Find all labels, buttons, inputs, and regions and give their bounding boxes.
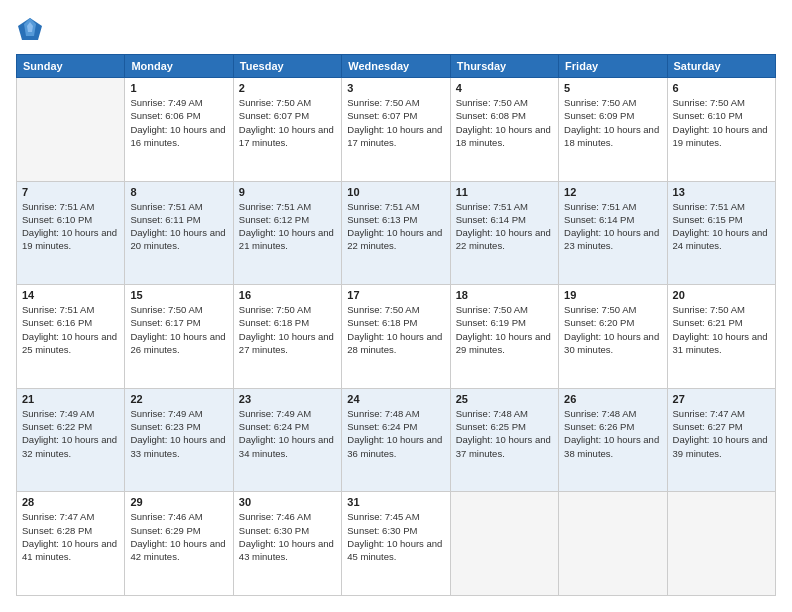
day-info: Sunrise: 7:51 AMSunset: 6:16 PMDaylight:… bbox=[22, 303, 119, 356]
day-number: 11 bbox=[456, 186, 553, 198]
day-number: 27 bbox=[673, 393, 770, 405]
calendar-cell: 27Sunrise: 7:47 AMSunset: 6:27 PMDayligh… bbox=[667, 388, 775, 492]
calendar-cell: 13Sunrise: 7:51 AMSunset: 6:15 PMDayligh… bbox=[667, 181, 775, 285]
day-info: Sunrise: 7:51 AMSunset: 6:14 PMDaylight:… bbox=[456, 200, 553, 253]
calendar-cell: 20Sunrise: 7:50 AMSunset: 6:21 PMDayligh… bbox=[667, 285, 775, 389]
day-info: Sunrise: 7:49 AMSunset: 6:06 PMDaylight:… bbox=[130, 96, 227, 149]
day-info: Sunrise: 7:51 AMSunset: 6:13 PMDaylight:… bbox=[347, 200, 444, 253]
calendar-cell: 26Sunrise: 7:48 AMSunset: 6:26 PMDayligh… bbox=[559, 388, 667, 492]
day-number: 5 bbox=[564, 82, 661, 94]
calendar-week-row: 21Sunrise: 7:49 AMSunset: 6:22 PMDayligh… bbox=[17, 388, 776, 492]
day-info: Sunrise: 7:50 AMSunset: 6:18 PMDaylight:… bbox=[347, 303, 444, 356]
calendar-week-row: 7Sunrise: 7:51 AMSunset: 6:10 PMDaylight… bbox=[17, 181, 776, 285]
day-info: Sunrise: 7:47 AMSunset: 6:28 PMDaylight:… bbox=[22, 510, 119, 563]
calendar-cell: 23Sunrise: 7:49 AMSunset: 6:24 PMDayligh… bbox=[233, 388, 341, 492]
day-number: 28 bbox=[22, 496, 119, 508]
day-info: Sunrise: 7:49 AMSunset: 6:22 PMDaylight:… bbox=[22, 407, 119, 460]
calendar-cell: 10Sunrise: 7:51 AMSunset: 6:13 PMDayligh… bbox=[342, 181, 450, 285]
day-number: 17 bbox=[347, 289, 444, 301]
calendar-cell: 17Sunrise: 7:50 AMSunset: 6:18 PMDayligh… bbox=[342, 285, 450, 389]
calendar-cell: 16Sunrise: 7:50 AMSunset: 6:18 PMDayligh… bbox=[233, 285, 341, 389]
calendar-table: SundayMondayTuesdayWednesdayThursdayFrid… bbox=[16, 54, 776, 596]
calendar-cell: 25Sunrise: 7:48 AMSunset: 6:25 PMDayligh… bbox=[450, 388, 558, 492]
day-number: 8 bbox=[130, 186, 227, 198]
calendar-cell: 14Sunrise: 7:51 AMSunset: 6:16 PMDayligh… bbox=[17, 285, 125, 389]
day-info: Sunrise: 7:50 AMSunset: 6:07 PMDaylight:… bbox=[347, 96, 444, 149]
weekday-header-monday: Monday bbox=[125, 55, 233, 78]
calendar-cell bbox=[450, 492, 558, 596]
day-number: 9 bbox=[239, 186, 336, 198]
calendar-cell: 18Sunrise: 7:50 AMSunset: 6:19 PMDayligh… bbox=[450, 285, 558, 389]
day-number: 31 bbox=[347, 496, 444, 508]
day-number: 29 bbox=[130, 496, 227, 508]
day-number: 26 bbox=[564, 393, 661, 405]
calendar-cell: 9Sunrise: 7:51 AMSunset: 6:12 PMDaylight… bbox=[233, 181, 341, 285]
calendar-cell: 24Sunrise: 7:48 AMSunset: 6:24 PMDayligh… bbox=[342, 388, 450, 492]
weekday-header-tuesday: Tuesday bbox=[233, 55, 341, 78]
day-number: 16 bbox=[239, 289, 336, 301]
day-number: 2 bbox=[239, 82, 336, 94]
calendar-cell: 7Sunrise: 7:51 AMSunset: 6:10 PMDaylight… bbox=[17, 181, 125, 285]
day-info: Sunrise: 7:49 AMSunset: 6:23 PMDaylight:… bbox=[130, 407, 227, 460]
weekday-header-wednesday: Wednesday bbox=[342, 55, 450, 78]
day-info: Sunrise: 7:51 AMSunset: 6:10 PMDaylight:… bbox=[22, 200, 119, 253]
day-number: 30 bbox=[239, 496, 336, 508]
calendar-cell: 31Sunrise: 7:45 AMSunset: 6:30 PMDayligh… bbox=[342, 492, 450, 596]
calendar-cell: 19Sunrise: 7:50 AMSunset: 6:20 PMDayligh… bbox=[559, 285, 667, 389]
day-number: 22 bbox=[130, 393, 227, 405]
calendar-cell bbox=[667, 492, 775, 596]
day-info: Sunrise: 7:47 AMSunset: 6:27 PMDaylight:… bbox=[673, 407, 770, 460]
calendar-cell: 15Sunrise: 7:50 AMSunset: 6:17 PMDayligh… bbox=[125, 285, 233, 389]
day-info: Sunrise: 7:50 AMSunset: 6:10 PMDaylight:… bbox=[673, 96, 770, 149]
day-number: 15 bbox=[130, 289, 227, 301]
day-info: Sunrise: 7:49 AMSunset: 6:24 PMDaylight:… bbox=[239, 407, 336, 460]
day-info: Sunrise: 7:51 AMSunset: 6:14 PMDaylight:… bbox=[564, 200, 661, 253]
calendar-cell: 5Sunrise: 7:50 AMSunset: 6:09 PMDaylight… bbox=[559, 78, 667, 182]
day-info: Sunrise: 7:50 AMSunset: 6:21 PMDaylight:… bbox=[673, 303, 770, 356]
day-number: 23 bbox=[239, 393, 336, 405]
day-number: 7 bbox=[22, 186, 119, 198]
calendar-cell: 6Sunrise: 7:50 AMSunset: 6:10 PMDaylight… bbox=[667, 78, 775, 182]
calendar-cell: 21Sunrise: 7:49 AMSunset: 6:22 PMDayligh… bbox=[17, 388, 125, 492]
day-info: Sunrise: 7:51 AMSunset: 6:11 PMDaylight:… bbox=[130, 200, 227, 253]
day-info: Sunrise: 7:48 AMSunset: 6:26 PMDaylight:… bbox=[564, 407, 661, 460]
weekday-header-row: SundayMondayTuesdayWednesdayThursdayFrid… bbox=[17, 55, 776, 78]
day-number: 12 bbox=[564, 186, 661, 198]
day-number: 24 bbox=[347, 393, 444, 405]
calendar-cell: 3Sunrise: 7:50 AMSunset: 6:07 PMDaylight… bbox=[342, 78, 450, 182]
day-number: 10 bbox=[347, 186, 444, 198]
calendar-cell: 29Sunrise: 7:46 AMSunset: 6:29 PMDayligh… bbox=[125, 492, 233, 596]
day-info: Sunrise: 7:50 AMSunset: 6:07 PMDaylight:… bbox=[239, 96, 336, 149]
day-info: Sunrise: 7:50 AMSunset: 6:09 PMDaylight:… bbox=[564, 96, 661, 149]
weekday-header-friday: Friday bbox=[559, 55, 667, 78]
day-info: Sunrise: 7:46 AMSunset: 6:30 PMDaylight:… bbox=[239, 510, 336, 563]
day-info: Sunrise: 7:45 AMSunset: 6:30 PMDaylight:… bbox=[347, 510, 444, 563]
day-info: Sunrise: 7:50 AMSunset: 6:19 PMDaylight:… bbox=[456, 303, 553, 356]
calendar-week-row: 14Sunrise: 7:51 AMSunset: 6:16 PMDayligh… bbox=[17, 285, 776, 389]
day-info: Sunrise: 7:50 AMSunset: 6:08 PMDaylight:… bbox=[456, 96, 553, 149]
day-info: Sunrise: 7:48 AMSunset: 6:25 PMDaylight:… bbox=[456, 407, 553, 460]
day-info: Sunrise: 7:46 AMSunset: 6:29 PMDaylight:… bbox=[130, 510, 227, 563]
calendar-cell: 8Sunrise: 7:51 AMSunset: 6:11 PMDaylight… bbox=[125, 181, 233, 285]
calendar-cell: 22Sunrise: 7:49 AMSunset: 6:23 PMDayligh… bbox=[125, 388, 233, 492]
day-number: 25 bbox=[456, 393, 553, 405]
page: SundayMondayTuesdayWednesdayThursdayFrid… bbox=[0, 0, 792, 612]
logo-icon bbox=[16, 16, 44, 44]
header bbox=[16, 16, 776, 44]
calendar-cell: 28Sunrise: 7:47 AMSunset: 6:28 PMDayligh… bbox=[17, 492, 125, 596]
day-info: Sunrise: 7:51 AMSunset: 6:15 PMDaylight:… bbox=[673, 200, 770, 253]
day-number: 13 bbox=[673, 186, 770, 198]
day-number: 19 bbox=[564, 289, 661, 301]
day-number: 4 bbox=[456, 82, 553, 94]
calendar-cell: 2Sunrise: 7:50 AMSunset: 6:07 PMDaylight… bbox=[233, 78, 341, 182]
weekday-header-sunday: Sunday bbox=[17, 55, 125, 78]
calendar-cell: 11Sunrise: 7:51 AMSunset: 6:14 PMDayligh… bbox=[450, 181, 558, 285]
calendar-week-row: 1Sunrise: 7:49 AMSunset: 6:06 PMDaylight… bbox=[17, 78, 776, 182]
day-info: Sunrise: 7:50 AMSunset: 6:20 PMDaylight:… bbox=[564, 303, 661, 356]
calendar-cell bbox=[559, 492, 667, 596]
day-info: Sunrise: 7:50 AMSunset: 6:17 PMDaylight:… bbox=[130, 303, 227, 356]
weekday-header-thursday: Thursday bbox=[450, 55, 558, 78]
calendar-cell: 1Sunrise: 7:49 AMSunset: 6:06 PMDaylight… bbox=[125, 78, 233, 182]
day-info: Sunrise: 7:48 AMSunset: 6:24 PMDaylight:… bbox=[347, 407, 444, 460]
day-number: 18 bbox=[456, 289, 553, 301]
